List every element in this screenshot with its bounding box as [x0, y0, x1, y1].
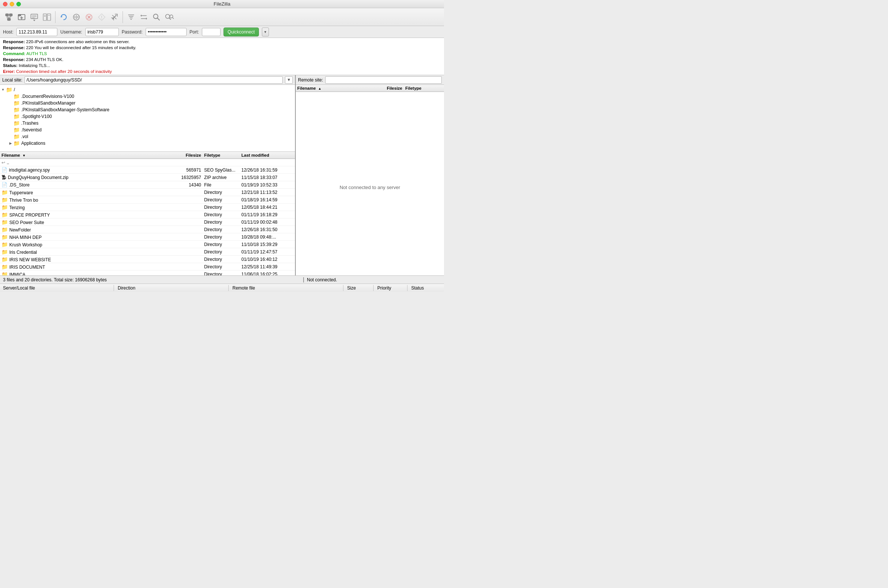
svg-marker-35	[140, 15, 141, 17]
file-rows-container: ↩.. 📄irisdigital.agency.spy 565971 SEO S…	[0, 159, 295, 275]
file-date: 01/19/19 10:52:33	[241, 182, 293, 188]
toggle-local-button[interactable]	[41, 11, 53, 23]
file-type: Directory	[204, 242, 241, 247]
process-queue-button[interactable]	[71, 11, 82, 23]
file-row[interactable]: 📁Tupperware Directory 12/21/18 11:13:52	[0, 189, 295, 196]
reconnect-button[interactable]	[58, 11, 70, 23]
site-manager-button[interactable]	[3, 11, 15, 23]
file-row[interactable]: 📁IMMICA Directory 11/06/18 16:02:25	[0, 270, 295, 275]
col-filesize-header[interactable]: Filesize	[171, 153, 204, 158]
remote-col-filesize-header[interactable]: Filesize	[372, 86, 405, 90]
folder-icon: 📁	[14, 114, 20, 120]
tree-item[interactable]: ▶ 📁 Applications	[0, 140, 295, 147]
file-name: 🗜DungQuyHoang Document.zip	[2, 174, 171, 180]
file-size: 565971	[171, 168, 204, 172]
disconnect-button[interactable]	[108, 11, 120, 23]
local-sitebar: Local site: ▼	[0, 75, 295, 85]
file-row[interactable]: 📁SPACE PROPERTY Directory 01/11/19 16:18…	[0, 211, 295, 219]
find-files-button[interactable]	[163, 11, 175, 23]
quickconnect-button[interactable]: Quickconnect	[223, 27, 259, 36]
tree-item-label: .Trashes	[21, 121, 38, 126]
svg-rect-2	[8, 18, 11, 21]
port-input[interactable]	[202, 28, 221, 36]
tree-toggle-root[interactable]: ▼	[0, 88, 6, 92]
toggle-filefilter-button[interactable]	[125, 11, 137, 23]
tree-item[interactable]: 📁 .DocumentRevisions-V100	[0, 93, 295, 100]
file-type: ZIP archive	[204, 175, 241, 180]
file-type: Directory	[204, 212, 241, 218]
tree-item[interactable]: 📁 .fseventsd	[0, 126, 295, 133]
file-date: 01/11/19 00:02:48	[241, 220, 293, 225]
local-path-input[interactable]	[25, 76, 283, 84]
folder-icon: 📁	[2, 242, 8, 248]
file-type: Directory	[204, 249, 241, 255]
remote-path-input[interactable]	[325, 76, 442, 84]
transfer-bar: Server/Local file Direction Remote file …	[0, 284, 444, 292]
stop-button[interactable]	[96, 11, 108, 23]
file-date: 01/10/19 16:40:12	[241, 257, 293, 262]
local-tree: ▼ 📁 / 📁 .DocumentRevisions-V100 📁 .PKIns…	[0, 85, 295, 152]
remote-site-label: Remote site:	[298, 77, 323, 82]
host-label: Host:	[3, 29, 14, 34]
minimize-button[interactable]	[10, 2, 14, 6]
tree-item[interactable]: 📁 .PKInstallSandboxManager-SystemSoftwar…	[0, 106, 295, 113]
password-input[interactable]	[146, 28, 187, 36]
local-panel: Local site: ▼ ▼ 📁 / 📁 .DocumentRevisions…	[0, 75, 296, 275]
sort-icon: ▲	[318, 87, 321, 90]
file-row[interactable]: 📄irisdigital.agency.spy 565971 SEO SpyGl…	[0, 166, 295, 174]
local-file-list: Filename ▼ Filesize Filetype Last modifi…	[0, 152, 295, 275]
tree-item[interactable]: 📁 .PKInstallSandboxManager	[0, 100, 295, 106]
password-label: Password:	[122, 29, 143, 34]
file-row[interactable]: 📁SEO Power Suite Directory 01/11/19 00:0…	[0, 219, 295, 226]
tree-item[interactable]: 📁 .vol	[0, 133, 295, 140]
remote-col-filetype-header[interactable]: Filetype	[405, 86, 442, 90]
tree-toggle	[8, 101, 14, 105]
file-row[interactable]: 📄.DS_Store 14340 File 01/19/19 10:52:33	[0, 181, 295, 189]
file-name: 📁SPACE PROPERTY	[2, 212, 171, 218]
remote-status: Not connected.	[304, 277, 441, 282]
file-row[interactable]: 📁Thrive Tron bo Directory 01/18/19 16:14…	[0, 196, 295, 204]
search-button[interactable]	[151, 11, 163, 23]
file-type: Directory	[204, 257, 241, 262]
log-line: Response: 234 AUTH TLS OK.	[3, 57, 441, 63]
tree-item[interactable]: 📁 .Spotlight-V100	[0, 113, 295, 120]
tree-item[interactable]: 📁 .Trashes	[0, 120, 295, 126]
file-row[interactable]: ↩..	[0, 159, 295, 166]
col-filetype-header[interactable]: Filetype	[204, 153, 241, 158]
svg-line-38	[158, 18, 160, 20]
host-input[interactable]	[17, 28, 57, 36]
file-type: Directory	[204, 197, 241, 202]
file-row[interactable]: 📁Iris Credential Directory 01/11/19 12:4…	[0, 248, 295, 256]
toggle-sync-button[interactable]	[138, 11, 150, 23]
toolbar	[0, 8, 444, 26]
quickconnect-dropdown[interactable]: ▼	[262, 27, 269, 36]
file-size: 16325957	[171, 175, 204, 180]
col-modified-header[interactable]: Last modified	[241, 153, 293, 158]
file-row[interactable]: 🗜DungQuyHoang Document.zip 16325957 ZIP …	[0, 174, 295, 181]
tree-toggle[interactable]: ▶	[8, 141, 14, 145]
file-row[interactable]: 📁IRIS DOCUMENT Directory 12/25/18 11:49:…	[0, 263, 295, 270]
new-tab-button[interactable]	[16, 11, 27, 23]
file-date: 11/10/18 15:39:29	[241, 242, 293, 247]
local-path-dropdown[interactable]: ▼	[285, 76, 293, 84]
file-row[interactable]: 📁NHA MINH DEP Directory 10/28/18 09:48:.…	[0, 233, 295, 241]
file-date: 12/21/18 11:13:52	[241, 190, 293, 195]
close-button[interactable]	[3, 2, 8, 6]
username-input[interactable]	[85, 28, 119, 36]
file-date: 12/26/18 16:31:59	[241, 168, 293, 172]
file-icon: 📄	[2, 167, 8, 172]
file-date: 12/26/18 16:31:50	[241, 227, 293, 232]
transfer-col-server: Server/Local file	[3, 285, 110, 291]
toggle-message-button[interactable]	[28, 11, 40, 23]
tree-item-root[interactable]: ▼ 📁 /	[0, 86, 295, 93]
file-row[interactable]: 📁NewFolder Directory 12/26/18 16:31:50	[0, 226, 295, 233]
folder-icon: 📁	[14, 127, 20, 133]
maximize-button[interactable]	[17, 2, 21, 6]
col-filename-header[interactable]: Filename ▼	[2, 153, 171, 158]
file-row[interactable]: 📁IRIS NEW WEBSITE Directory 01/10/19 16:…	[0, 256, 295, 263]
file-row[interactable]: 📁Krush Workshop Directory 11/10/18 15:39…	[0, 241, 295, 248]
cancel-button[interactable]	[83, 11, 95, 23]
file-row[interactable]: 📁Tenzing Directory 12/05/18 18:44:21	[0, 204, 295, 211]
folder-icon: 📁	[2, 204, 8, 210]
remote-col-filename-header[interactable]: Filename ▲	[297, 86, 372, 90]
